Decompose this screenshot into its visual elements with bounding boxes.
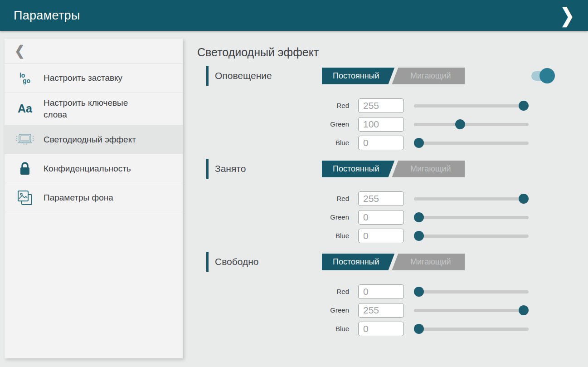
rgb-row-blue: Blue — [197, 133, 588, 152]
slider-track — [414, 290, 529, 294]
sidebar-item-background[interactable]: Параметры фона — [5, 183, 183, 212]
red-input[interactable] — [358, 191, 404, 206]
red-label: Red — [197, 288, 358, 295]
main-content: Светодиодный эффект Оповещение Постоянны… — [197, 31, 588, 367]
slider-track — [414, 142, 529, 145]
green-input[interactable] — [358, 117, 404, 132]
rgb-row-green: Green — [197, 208, 588, 226]
sidebar-item-splash-screen[interactable]: logo Настроить заставку — [5, 64, 183, 93]
sidebar: ❮ logo Настроить заставку Aa Настроить к… — [5, 39, 183, 358]
keywords-icon: Aa — [15, 102, 35, 115]
logo-icon: logo — [15, 73, 35, 83]
slider-track — [414, 328, 529, 331]
switch-thumb — [539, 68, 555, 83]
sidebar-item-keywords[interactable]: Aa Настроить ключевые слова — [5, 93, 183, 125]
section-label: Занято — [215, 163, 322, 174]
green-slider[interactable] — [414, 212, 529, 222]
green-slider[interactable] — [414, 119, 529, 129]
sidebar-item-led-effect[interactable]: Светодиодный эффект — [5, 125, 183, 154]
slider-track — [414, 235, 529, 238]
blue-input[interactable] — [358, 322, 404, 336]
sidebar-item-label: Конфиденциальность — [44, 163, 131, 175]
slider-thumb[interactable] — [519, 101, 529, 111]
lock-icon — [15, 161, 35, 176]
red-label: Red — [197, 195, 358, 202]
slider-track — [414, 197, 529, 201]
slider-track — [414, 123, 529, 126]
slider-thumb[interactable] — [414, 138, 424, 148]
mode-blinking-button[interactable]: Мигающий — [392, 68, 465, 84]
mode-toggle: Постоянный Мигающий — [322, 161, 465, 177]
mode-toggle: Постоянный Мигающий — [322, 254, 465, 270]
section-accent-bar — [206, 66, 209, 86]
blue-label: Blue — [197, 232, 358, 240]
rgb-row-red: Red — [197, 189, 588, 208]
rgb-row-green: Green — [197, 301, 588, 319]
blue-label: Blue — [197, 139, 358, 147]
mode-blinking-button[interactable]: Мигающий — [392, 161, 465, 177]
app-header: Параметры ❯ — [0, 0, 588, 31]
green-input[interactable] — [358, 303, 404, 318]
mode-constant-button[interactable]: Постоянный — [322, 254, 395, 270]
slider-thumb[interactable] — [414, 324, 424, 334]
sidebar-item-label: Настроить заставку — [44, 72, 122, 84]
red-slider[interactable] — [414, 287, 529, 297]
rgb-row-red: Red — [197, 282, 588, 301]
blue-input[interactable] — [358, 136, 404, 150]
rgb-group-busy: Red Green Blue — [197, 189, 588, 245]
blue-slider[interactable] — [414, 324, 529, 334]
green-label: Green — [197, 213, 358, 221]
slider-track — [414, 104, 529, 108]
sidebar-item-privacy[interactable]: Конфиденциальность — [5, 154, 183, 183]
section-label: Свободно — [215, 256, 322, 267]
blue-label: Blue — [197, 325, 358, 333]
mode-constant-button[interactable]: Постоянный — [322, 68, 395, 84]
green-label: Green — [197, 120, 358, 128]
chevron-left-icon: ❮ — [15, 43, 25, 59]
slider-thumb[interactable] — [414, 231, 424, 241]
red-input[interactable] — [358, 284, 404, 299]
slider-track — [414, 309, 529, 312]
blue-slider[interactable] — [414, 231, 529, 241]
blue-input[interactable] — [358, 229, 404, 243]
red-label: Red — [197, 102, 358, 109]
rgb-row-blue: Blue — [197, 226, 588, 245]
section-label: Оповещение — [215, 70, 322, 81]
content-title: Светодиодный эффект — [197, 46, 588, 59]
green-input[interactable] — [358, 210, 404, 225]
slider-thumb[interactable] — [519, 305, 529, 315]
notification-toggle-switch[interactable] — [531, 68, 555, 83]
rgb-row-blue: Blue — [197, 319, 588, 338]
section-header-busy: Занято Постоянный Мигающий — [197, 159, 588, 179]
section-accent-bar — [206, 159, 209, 179]
red-input[interactable] — [358, 98, 404, 113]
slider-thumb[interactable] — [519, 194, 529, 204]
sidebar-item-label: Параметры фона — [44, 192, 113, 204]
slider-thumb[interactable] — [414, 287, 424, 297]
section-header-notification: Оповещение Постоянный Мигающий — [197, 66, 588, 86]
chevron-right-icon[interactable]: ❯ — [557, 4, 577, 28]
green-slider[interactable] — [414, 305, 529, 315]
section-header-free: Свободно Постоянный Мигающий — [197, 252, 588, 272]
green-label: Green — [197, 306, 358, 314]
section-accent-bar — [206, 252, 209, 272]
blue-slider[interactable] — [414, 138, 529, 148]
led-effect-icon — [15, 133, 35, 147]
mode-constant-button[interactable]: Постоянный — [322, 161, 395, 177]
slider-thumb[interactable] — [455, 119, 465, 129]
page-title: Параметры — [14, 9, 80, 23]
rgb-row-red: Red — [197, 96, 588, 115]
sidebar-back-button[interactable]: ❮ — [5, 39, 183, 64]
rgb-group-free: Red Green Blue — [197, 282, 588, 338]
mode-toggle: Постоянный Мигающий — [322, 68, 465, 84]
rgb-group-notification: Red Green Blue — [197, 96, 588, 152]
mode-blinking-button[interactable]: Мигающий — [392, 254, 465, 270]
sidebar-item-label: Настроить ключевые слова — [44, 97, 148, 120]
background-icon — [15, 190, 35, 206]
red-slider[interactable] — [414, 194, 529, 204]
slider-thumb[interactable] — [414, 212, 424, 222]
red-slider[interactable] — [414, 101, 529, 111]
sidebar-item-label: Светодиодный эффект — [44, 134, 136, 146]
rgb-row-green: Green — [197, 115, 588, 133]
slider-track — [414, 216, 529, 219]
